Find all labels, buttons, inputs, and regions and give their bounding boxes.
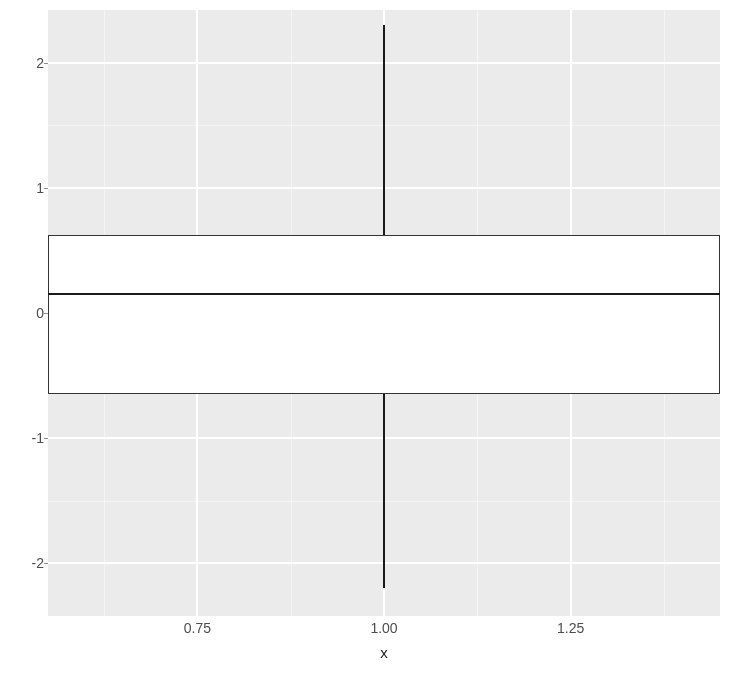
whisker-upper bbox=[383, 25, 385, 235]
y-tick-mark bbox=[44, 63, 48, 64]
whisker-lower bbox=[383, 394, 385, 588]
x-tick-label: 1.25 bbox=[557, 620, 584, 636]
median-line bbox=[48, 293, 720, 295]
y-tick-mark bbox=[44, 313, 48, 314]
x-tick-label: 1.00 bbox=[370, 620, 397, 636]
y-tick-label: 2 bbox=[36, 55, 44, 71]
x-tick-label: 0.75 bbox=[184, 620, 211, 636]
boxplot-chart: -2-10120.751.001.25 x bbox=[0, 0, 736, 676]
y-tick-mark bbox=[44, 563, 48, 564]
box bbox=[48, 235, 720, 394]
plot-panel bbox=[48, 10, 720, 616]
x-axis-label: x bbox=[48, 644, 720, 661]
y-tick-label: 1 bbox=[36, 180, 44, 196]
y-tick-label: -2 bbox=[32, 555, 44, 571]
y-tick-label: -1 bbox=[32, 430, 44, 446]
y-tick-mark bbox=[44, 438, 48, 439]
y-tick-mark bbox=[44, 188, 48, 189]
y-tick-label: 0 bbox=[36, 305, 44, 321]
